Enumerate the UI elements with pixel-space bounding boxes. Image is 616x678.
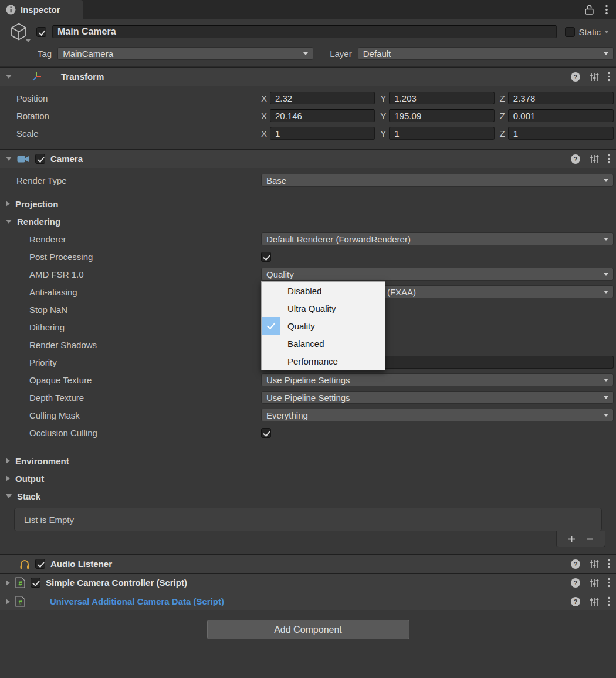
- foldout-open-icon[interactable]: [6, 220, 12, 224]
- check-slot: [262, 352, 280, 370]
- inspector-tab-bar: Inspector: [0, 0, 616, 19]
- presets-icon[interactable]: [590, 597, 599, 606]
- position-x-field[interactable]: 2.32: [270, 92, 375, 104]
- gameobject-active-checkbox[interactable]: [36, 27, 46, 37]
- popup-item-performance[interactable]: Performance: [262, 352, 385, 370]
- kebab-menu-icon[interactable]: [608, 154, 610, 164]
- opaque-texture-row: Opaque Texture Use Pipeline Settings: [0, 371, 616, 389]
- add-stack-item-button[interactable]: [568, 535, 576, 543]
- layer-dropdown[interactable]: Default: [358, 47, 614, 60]
- render-shadows-label: Render Shadows: [29, 340, 261, 350]
- svg-text:?: ?: [574, 579, 578, 586]
- csharp-script-icon: #: [15, 577, 25, 588]
- environment-foldout[interactable]: Environment: [0, 452, 616, 470]
- foldout-open-icon[interactable]: [6, 157, 12, 161]
- rotation-label: Rotation: [16, 111, 261, 121]
- foldout-open-icon[interactable]: [6, 494, 12, 498]
- gameobject-cube-icon[interactable]: [7, 21, 31, 43]
- tab-label: Inspector: [21, 5, 60, 15]
- popup-item-balanced[interactable]: Balanced: [262, 335, 385, 352]
- camera-header[interactable]: Camera ?: [0, 149, 616, 168]
- projection-label: Projection: [15, 199, 58, 209]
- presets-icon[interactable]: [590, 578, 599, 588]
- rotation-z-field[interactable]: 0.001: [508, 109, 614, 122]
- presets-icon[interactable]: [590, 154, 599, 164]
- rotation-row: Rotation X20.146 Y195.09 Z0.001: [0, 107, 616, 124]
- kebab-menu-icon[interactable]: [608, 596, 610, 606]
- help-icon[interactable]: ?: [570, 154, 581, 164]
- chevron-down-icon: [604, 238, 608, 241]
- add-component-button[interactable]: Add Component: [207, 620, 409, 639]
- rendering-foldout[interactable]: Rendering: [0, 212, 616, 230]
- audio-listener-header[interactable]: Audio Listener ?: [0, 554, 616, 573]
- camera-controller-header[interactable]: # Simple Camera Controller (Script) ?: [0, 573, 616, 592]
- help-icon[interactable]: ?: [570, 596, 581, 607]
- foldout-closed-icon[interactable]: [6, 201, 10, 207]
- position-label: Position: [16, 93, 261, 103]
- script-enabled-checkbox[interactable]: [31, 578, 40, 588]
- check-slot: [262, 335, 280, 352]
- culling-mask-dropdown[interactable]: Everything: [261, 409, 614, 421]
- svg-text:?: ?: [574, 561, 578, 568]
- info-icon: [6, 5, 16, 15]
- foldout-closed-icon[interactable]: [6, 580, 10, 586]
- static-label: Static: [578, 27, 601, 37]
- svg-text:?: ?: [574, 598, 578, 605]
- remove-stack-item-button[interactable]: [586, 535, 594, 543]
- help-icon[interactable]: ?: [570, 559, 581, 569]
- output-foldout[interactable]: Output: [0, 470, 616, 487]
- presets-icon[interactable]: [590, 72, 599, 82]
- additional-camera-data-header[interactable]: # Universal Additional Camera Data (Scri…: [0, 592, 616, 610]
- camera-enabled-checkbox[interactable]: [35, 154, 45, 164]
- stack-foldout[interactable]: Stack: [0, 487, 616, 505]
- popup-item-quality[interactable]: Quality: [262, 317, 385, 335]
- opaque-texture-dropdown[interactable]: Use Pipeline Settings: [261, 373, 614, 386]
- transform-header[interactable]: Transform ?: [0, 67, 616, 86]
- kebab-menu-icon[interactable]: [608, 578, 610, 588]
- kebab-menu-icon[interactable]: [608, 72, 610, 82]
- scale-y-field[interactable]: 1: [389, 127, 494, 140]
- foldout-closed-icon[interactable]: [6, 599, 10, 605]
- audio-listener-enabled-checkbox[interactable]: [35, 559, 45, 569]
- foldout-open-icon[interactable]: [6, 75, 12, 79]
- amd-fsr-dropdown[interactable]: Quality: [261, 268, 614, 281]
- presets-icon[interactable]: [590, 559, 599, 569]
- foldout-closed-icon[interactable]: [6, 458, 10, 464]
- render-type-label: Render Type: [16, 176, 261, 185]
- post-processing-checkbox[interactable]: [261, 252, 271, 262]
- renderer-dropdown[interactable]: Default Renderer (ForwardRenderer): [261, 232, 614, 245]
- stack-list-footer: [556, 531, 605, 547]
- depth-texture-dropdown[interactable]: Use Pipeline Settings: [261, 391, 614, 404]
- position-y-field[interactable]: 1.203: [389, 92, 494, 104]
- kebab-menu-icon[interactable]: [605, 5, 608, 15]
- chevron-down-icon: [604, 291, 608, 294]
- foldout-closed-icon[interactable]: [6, 475, 10, 481]
- popup-item-disabled[interactable]: Disabled: [262, 282, 385, 299]
- scale-x-field[interactable]: 1: [270, 127, 375, 140]
- projection-foldout[interactable]: Projection: [0, 195, 616, 212]
- headphones-icon: [19, 559, 30, 569]
- kebab-menu-icon[interactable]: [608, 559, 610, 569]
- opaque-texture-label: Opaque Texture: [29, 375, 261, 385]
- static-checkbox[interactable]: [565, 27, 575, 37]
- lock-icon[interactable]: [585, 5, 594, 15]
- popup-item-ultra-quality[interactable]: Ultra Quality: [262, 299, 385, 317]
- occlusion-culling-checkbox[interactable]: [261, 428, 271, 438]
- rendering-label: Rendering: [17, 217, 60, 227]
- render-type-dropdown[interactable]: Base: [261, 174, 614, 187]
- help-icon[interactable]: ?: [570, 72, 581, 82]
- renderer-row: Renderer Default Renderer (ForwardRender…: [0, 230, 616, 248]
- rotation-y-field[interactable]: 195.09: [389, 109, 494, 122]
- static-dropdown[interactable]: Static: [563, 27, 609, 37]
- scale-z-field[interactable]: 1: [508, 127, 614, 140]
- help-icon[interactable]: ?: [570, 578, 581, 588]
- tag-dropdown[interactable]: MainCamera: [57, 47, 313, 60]
- position-z-field[interactable]: 2.378: [508, 92, 614, 104]
- rotation-x-field[interactable]: 20.146: [270, 109, 375, 122]
- gameobject-name-field[interactable]: Main Camera: [52, 25, 557, 38]
- tag-label: Tag: [38, 49, 52, 59]
- scale-label: Scale: [16, 129, 261, 139]
- inspector-footer: Add Component: [0, 610, 616, 639]
- culling-mask-row: Culling Mask Everything: [0, 406, 616, 424]
- tab-inspector[interactable]: Inspector: [0, 0, 83, 19]
